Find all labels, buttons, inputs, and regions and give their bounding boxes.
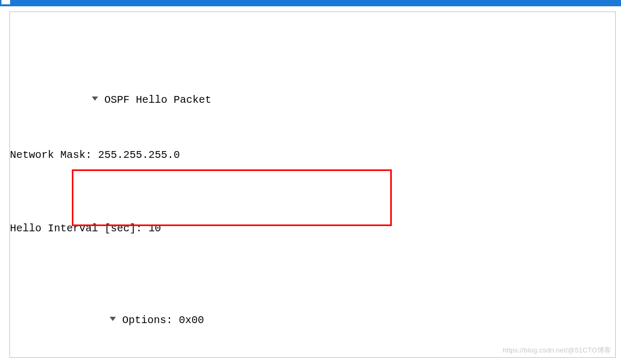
wireshark-icon: [1, 0, 10, 5]
annotation-redbox: [72, 169, 392, 226]
title-bar: Wireshark · 分组 108: [0, 0, 621, 6]
options-label: Options: 0x00: [122, 314, 204, 326]
expander-icon[interactable]: [110, 310, 116, 328]
expander-icon[interactable]: [92, 90, 98, 108]
packet-tree: OSPF Hello Packet Network Mask: 255.255.…: [10, 17, 615, 358]
hello-interval-text: Hello Interval [sec]: 10: [10, 219, 161, 238]
tree-node-hello-interval[interactable]: Hello Interval [sec]: 10: [10, 219, 615, 238]
packet-details-pane[interactable]: OSPF Hello Packet Network Mask: 255.255.…: [9, 12, 616, 358]
tree-node-ospf-hello[interactable]: OSPF Hello Packet: [10, 72, 615, 91]
network-mask-text: Network Mask: 255.255.255.0: [10, 146, 180, 164]
tree-node-options[interactable]: Options: 0x00: [10, 293, 615, 311]
ospf-hello-label: OSPF Hello Packet: [104, 94, 211, 106]
tree-node-network-mask[interactable]: Network Mask: 255.255.255.0: [10, 146, 615, 164]
